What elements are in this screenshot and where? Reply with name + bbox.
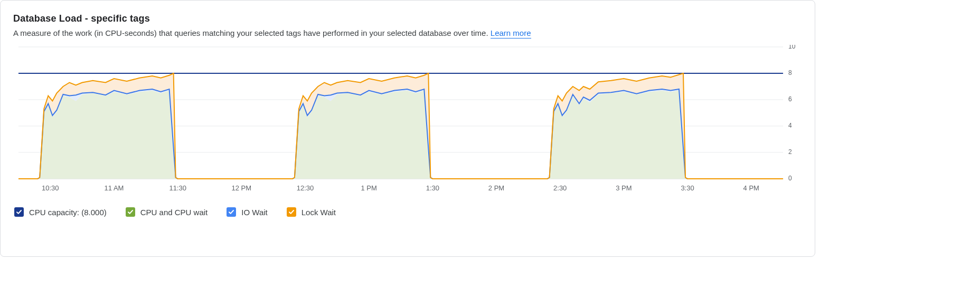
svg-text:4: 4: [788, 122, 792, 129]
svg-text:12 PM: 12 PM: [232, 184, 252, 192]
svg-text:12:30: 12:30: [297, 184, 314, 192]
legend-label: CPU capacity: (8.000): [29, 208, 107, 217]
panel-subtitle-text: A measure of the work (in CPU-seconds) t…: [13, 28, 491, 37]
svg-text:8: 8: [788, 69, 792, 76]
panel-subtitle: A measure of the work (in CPU-seconds) t…: [13, 28, 804, 37]
panel-title: Database Load - specific tags: [13, 13, 804, 24]
legend-item-lock-wait[interactable]: Lock Wait: [287, 207, 336, 217]
legend-item-cpu-capacity[interactable]: CPU capacity: (8.000): [14, 207, 107, 217]
checkbox-icon: [126, 207, 135, 217]
learn-more-link[interactable]: Learn more: [491, 28, 531, 38]
svg-text:4 PM: 4 PM: [743, 184, 759, 192]
database-load-chart: 024681010:3011 AM11:3012 PM12:301 PM1:30…: [13, 45, 804, 198]
legend-item-io-wait[interactable]: IO Wait: [227, 207, 267, 217]
svg-text:0: 0: [788, 175, 792, 182]
chart-area: 024681010:3011 AM11:3012 PM12:301 PM1:30…: [13, 45, 804, 198]
checkbox-icon: [227, 207, 236, 217]
legend-label: IO Wait: [241, 208, 267, 217]
legend-label: CPU and CPU wait: [140, 208, 208, 217]
svg-text:2 PM: 2 PM: [488, 184, 504, 192]
legend-item-cpu-wait[interactable]: CPU and CPU wait: [126, 207, 208, 217]
legend-label: Lock Wait: [301, 208, 336, 217]
checkbox-icon: [287, 207, 296, 217]
svg-text:2: 2: [788, 148, 792, 156]
svg-text:10:30: 10:30: [42, 184, 59, 192]
svg-text:2:30: 2:30: [553, 184, 567, 192]
svg-text:10: 10: [788, 45, 796, 50]
svg-text:11:30: 11:30: [169, 184, 186, 192]
database-load-card: Database Load - specific tags A measure …: [0, 0, 815, 257]
svg-text:3 PM: 3 PM: [616, 184, 632, 192]
checkbox-icon: [14, 207, 24, 217]
svg-text:11 AM: 11 AM: [105, 184, 124, 192]
svg-text:3:30: 3:30: [681, 184, 694, 192]
chart-legend: CPU capacity: (8.000) CPU and CPU wait I…: [13, 207, 804, 217]
svg-text:6: 6: [788, 95, 792, 103]
svg-text:1 PM: 1 PM: [361, 184, 377, 192]
svg-text:1:30: 1:30: [426, 184, 439, 192]
